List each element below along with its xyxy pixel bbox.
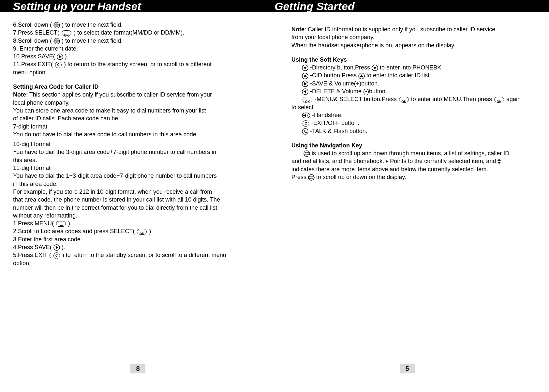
right-arrow-icon	[53, 244, 60, 251]
step-6: 6.Scroll down ( ) to move the next field…	[13, 21, 261, 29]
header-bar: Setting up your Handset Getting Started	[0, 0, 549, 12]
areacode-a: You can store one area code to make it e…	[13, 107, 261, 114]
right-arrow-icon	[302, 81, 308, 87]
talk-icon	[302, 128, 308, 135]
step-7: 7.Press SELECT( OK ) to select date form…	[13, 29, 261, 37]
cid-note3: When the handset speakerphone is on, app…	[291, 41, 536, 49]
page-number-left: 8	[130, 364, 145, 373]
areacode-b: of caller ID calls. Each area code can b…	[13, 114, 261, 122]
c-icon: C	[303, 120, 309, 127]
softkey-cid: -CID button.Press to enter into caller I…	[291, 71, 536, 79]
fmt10-title: 10-digit format	[13, 140, 261, 148]
pointer-icon	[386, 160, 388, 163]
header-title-right: Getting Started	[274, 0, 355, 13]
example-1: For example, if you store 212 in 10-digi…	[13, 188, 261, 196]
ok-icon: OK	[62, 30, 71, 36]
fmt10-body: You have to dial the 3-digit area code+7…	[13, 148, 261, 156]
ok-icon: OK	[56, 221, 66, 227]
down-arrow-icon	[302, 65, 308, 71]
speaker-icon	[302, 112, 310, 119]
fmt7-title: 7-digit format	[13, 123, 261, 130]
ok-icon: OK	[303, 97, 312, 102]
areacode-note: Note: This section applies only if you s…	[13, 91, 261, 98]
areastep-4: 4.Press SAVE( ).	[13, 243, 261, 251]
cid-note2: from your local phone company.	[291, 33, 536, 41]
down-arrow-icon	[372, 65, 378, 71]
step-8: 8.Scroll down ( ) to move the next field…	[13, 37, 261, 45]
navkey-1: is used to scroll up and down through me…	[291, 149, 536, 157]
fmt11-body2: in this area code.	[13, 180, 261, 188]
navkey-2: and redial lists, and the phonebook. Poi…	[291, 157, 536, 165]
fmt11-body: You have to dial the 1+3-digit area code…	[13, 172, 261, 180]
fmt7-body: You do not have to dial the area code to…	[13, 130, 261, 138]
navkey-4: Press to scroll up or down on the displa…	[291, 173, 536, 181]
c-icon: C	[55, 62, 62, 68]
updown-icon	[497, 159, 501, 164]
ok-icon: OK	[399, 97, 409, 102]
areastep-1: 1.Press MENU( OK )	[13, 219, 261, 227]
cid-note: Note: Caller ID information is supplied …	[291, 25, 536, 33]
softkey-menu: OK -MENU& SELECT button,Press OK to ente…	[291, 95, 536, 103]
page-left: 6.Scroll down ( ) to move the next field…	[0, 12, 274, 267]
scroll-icon	[53, 38, 60, 44]
areastep-5: 5.Press EXIT ( C ) to return to the stan…	[13, 251, 261, 259]
areastep-2: 2.Scroll to Loc area codes and press SEL…	[13, 227, 261, 235]
fmt10-body2: this area.	[13, 156, 261, 164]
scroll-icon	[53, 22, 60, 28]
ok-icon: OK	[137, 229, 147, 234]
ok-icon: OK	[494, 97, 504, 102]
right-arrow-icon	[57, 53, 63, 60]
navkey-title: Using the Navigation Key	[291, 142, 536, 149]
page-right: Note: Caller ID information is supplied …	[274, 12, 549, 267]
softkey-menu2: to select.	[291, 103, 536, 111]
step-11: 11.Press EXIT( C ) to return to the stan…	[13, 60, 261, 68]
softkey-directory: -Directory button,Press to enter into PH…	[291, 64, 536, 71]
softkeys-title: Using the Soft Keys	[291, 56, 536, 64]
header-title-left: Setting up your Handset	[13, 0, 141, 13]
softkey-talk: -TALK & Flash button.	[291, 127, 536, 135]
fmt11-title: 11-digit format	[13, 164, 261, 172]
left-arrow-icon	[302, 88, 308, 95]
softkey-handsfree: -Handsfree.	[291, 111, 536, 119]
step-10: 10.Press SAVE( ).	[13, 53, 261, 60]
up-arrow-icon	[302, 73, 308, 79]
softkey-save: -SAVE & Volume(+)button.	[291, 80, 536, 87]
c-icon: C	[53, 252, 60, 259]
softkey-exit: C -EXIT/OFF button.	[291, 119, 536, 127]
page-number-right: 5	[400, 364, 415, 373]
example-4: without any reformatting.	[13, 212, 261, 219]
step-9: 9. Enter the current date.	[13, 45, 261, 53]
scroll-icon	[304, 150, 310, 157]
areastep-3: 3.Enter the first area code.	[13, 235, 261, 243]
areacode-note2: local phone company.	[13, 99, 261, 107]
areastep-5b: option.	[13, 259, 261, 267]
example-3: number will then be in the correct forma…	[13, 204, 261, 212]
navkey-3: indicates there are more items above and…	[291, 165, 536, 173]
step-11-cont: menu option.	[13, 68, 261, 76]
up-arrow-icon	[358, 73, 365, 79]
section-title-areacode: Setting Area Code for Caller ID	[13, 83, 261, 91]
softkey-delete: -DELETE & Volume (-)button.	[291, 87, 536, 95]
scroll-icon	[308, 174, 315, 181]
example-2: that area code, the phone number is stor…	[13, 196, 261, 204]
